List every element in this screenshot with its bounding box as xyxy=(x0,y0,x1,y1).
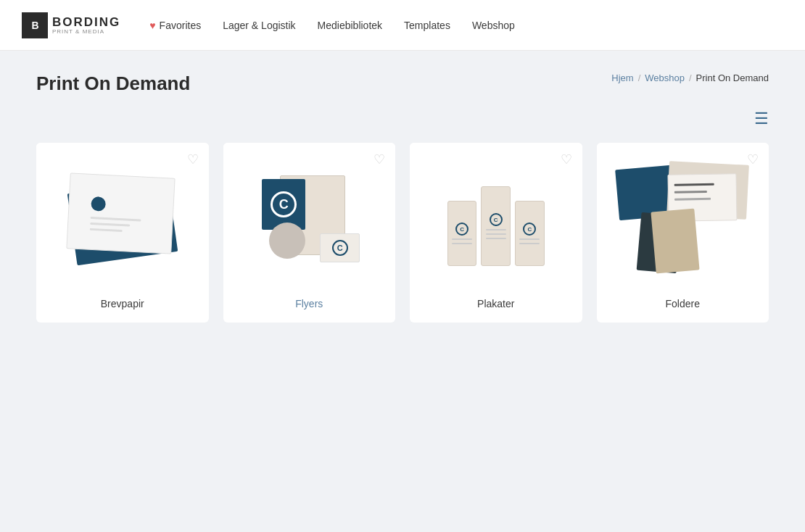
p-line-6 xyxy=(519,238,540,240)
nav-lager[interactable]: Lager & Logistik xyxy=(223,20,295,31)
product-label-brevpapir: Brevpapir xyxy=(36,288,209,323)
p-line-5 xyxy=(486,238,506,239)
fold-line-2 xyxy=(674,190,707,193)
p-circle-2: C xyxy=(490,213,503,226)
product-label-flyers: Flyers xyxy=(223,288,396,323)
logo-sub: Print & Media xyxy=(52,28,120,35)
product-image-plakater: ♡ C C C xyxy=(410,143,582,288)
poster-item-3: C xyxy=(515,201,545,266)
toolbar: ☰ xyxy=(36,109,769,128)
fold-brown xyxy=(651,208,700,273)
flyers-illustration: C C xyxy=(251,165,367,266)
product-image-brevpapir: ♡ xyxy=(36,143,209,288)
product-label-plakater: Plakater xyxy=(410,288,582,323)
product-label-foldere: Foldere xyxy=(597,288,769,323)
page-title: Print On Demand xyxy=(36,72,190,95)
p-line-7 xyxy=(519,243,540,244)
favorite-heart-flyers[interactable]: ♡ xyxy=(373,151,385,167)
nav-templates[interactable]: Templates xyxy=(404,20,450,31)
nav-favorites-label: Favorites xyxy=(160,20,202,31)
list-view-icon[interactable]: ☰ xyxy=(754,109,769,128)
product-card-plakater[interactable]: ♡ C C C xyxy=(410,143,582,323)
p-line-1 xyxy=(452,238,472,240)
c-logo: C xyxy=(271,191,297,217)
product-image-flyers: ♡ C C xyxy=(223,143,396,288)
line3 xyxy=(89,228,122,232)
nav-mediebibliotek[interactable]: Mediebibliotek xyxy=(318,20,383,31)
favorite-heart-plakater[interactable]: ♡ xyxy=(561,151,572,167)
product-card-foldere[interactable]: ♡ Foldere xyxy=(597,143,769,323)
logo-box: B xyxy=(22,12,48,38)
favorite-heart-brevpapir[interactable]: ♡ xyxy=(187,151,199,167)
product-image-foldere: ♡ xyxy=(597,143,769,288)
breadcrumb-sep2: / xyxy=(689,72,692,83)
product-card-flyers[interactable]: ♡ C C Flyers xyxy=(223,143,396,323)
logo-mark xyxy=(91,196,106,212)
breadcrumb-sep1: / xyxy=(638,72,641,83)
circle-disk xyxy=(269,223,305,259)
logo[interactable]: B BORDING Print & Media xyxy=(22,12,120,38)
p-line-2 xyxy=(452,243,472,244)
p-circle-1: C xyxy=(455,223,468,236)
breadcrumb-home[interactable]: Hjem xyxy=(611,72,633,83)
line2 xyxy=(90,223,130,227)
logo-letter: B xyxy=(31,20,38,31)
plakater-illustration: C C C xyxy=(445,165,547,266)
p-line-4 xyxy=(486,233,506,235)
p-circle-3: C xyxy=(523,223,536,236)
logo-text-wrap: BORDING Print & Media xyxy=(52,15,120,35)
nav-webshop[interactable]: Webshop xyxy=(472,20,515,31)
breadcrumb: Hjem / Webshop / Print On Demand xyxy=(611,72,769,83)
line1 xyxy=(90,217,141,222)
breadcrumb-current: Print On Demand xyxy=(696,72,769,83)
site-header: B BORDING Print & Media ♥ Favorites Lage… xyxy=(0,0,805,51)
breadcrumb-webshop[interactable]: Webshop xyxy=(645,72,685,83)
poster-item-2: C xyxy=(481,186,511,266)
main-content: Print On Demand Hjem / Webshop / Print O… xyxy=(0,51,805,352)
foldere-illustration xyxy=(617,159,748,272)
p-line-3 xyxy=(486,229,506,230)
fold-line-1 xyxy=(674,183,714,186)
poster-item-1: C xyxy=(447,201,477,266)
product-grid: ♡ Brevpapir ♡ xyxy=(36,143,769,323)
logo-name: BORDING xyxy=(52,15,120,29)
product-card-brevpapir[interactable]: ♡ Brevpapir xyxy=(36,143,209,323)
c-logo-small: C xyxy=(332,240,348,256)
main-nav: ♥ Favorites Lager & Logistik Mediebiblio… xyxy=(149,20,515,31)
fold-line-3 xyxy=(674,197,711,200)
brevpapir-illustration xyxy=(65,165,181,266)
paper-front xyxy=(66,173,175,254)
small-card: C xyxy=(320,233,360,262)
page-header: Print On Demand Hjem / Webshop / Print O… xyxy=(36,72,769,95)
nav-favorites[interactable]: ♥ Favorites xyxy=(149,20,201,31)
heart-icon: ♥ xyxy=(149,20,155,31)
